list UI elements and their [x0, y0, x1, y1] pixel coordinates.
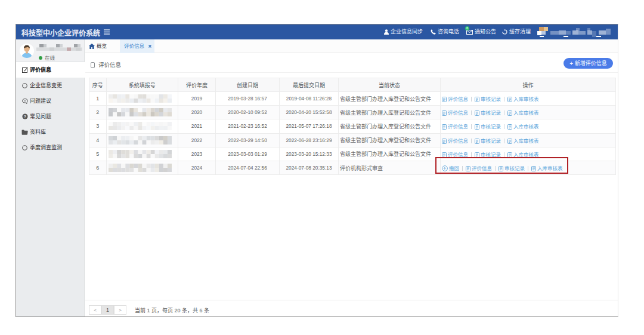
svg-text:?: ? [23, 115, 26, 119]
